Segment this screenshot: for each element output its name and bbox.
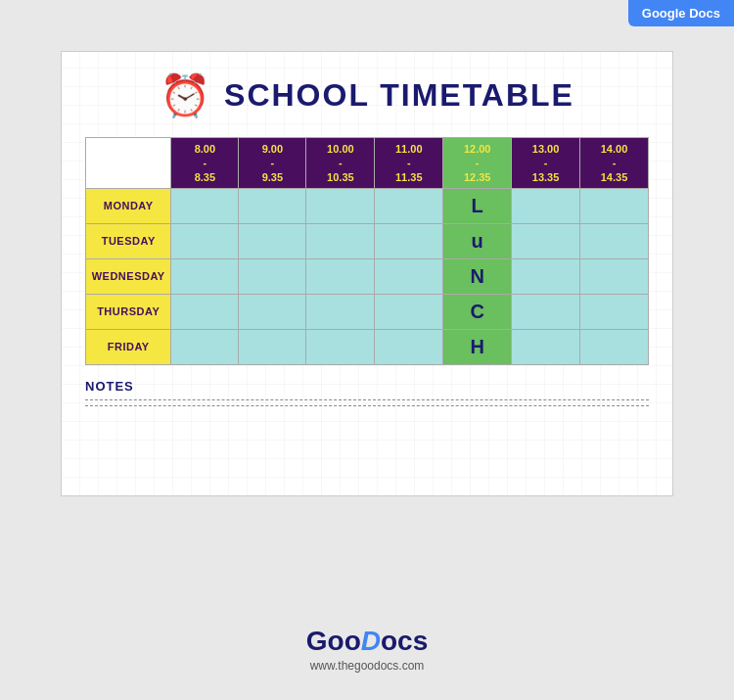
- time-cell: [580, 258, 649, 294]
- time-cell: [375, 258, 443, 294]
- time-cell: [239, 329, 306, 364]
- time-cell: [580, 223, 649, 258]
- time-cell: [375, 223, 443, 258]
- day-label: WEDNESDAY: [86, 258, 171, 294]
- lunch-cell: C: [443, 294, 512, 329]
- lunch-cell: N: [443, 258, 512, 294]
- day-label: FRIDAY: [86, 329, 171, 364]
- lunch-cell: u: [443, 223, 512, 258]
- header-col-1100: 11.00-11.35: [375, 138, 443, 189]
- watermark-area: GooDocs www.thegoodocs.com: [0, 626, 734, 673]
- time-cell: [375, 188, 443, 223]
- header-col-1000: 10.00-10.35: [306, 138, 375, 189]
- timetable: 8.00-8.35 9.00-9.35 10.00-10.35 11.00-11…: [85, 137, 649, 365]
- time-cell: [512, 294, 580, 329]
- time-cell: [580, 294, 649, 329]
- lunch-cell: L: [443, 188, 512, 223]
- page-title: SCHOOL TIMETABLE: [224, 77, 574, 114]
- time-cell: [171, 223, 239, 258]
- header-col-1400: 14.00-14.35: [580, 138, 649, 189]
- table-row: MONDAY L: [86, 188, 649, 223]
- time-cell: [239, 223, 306, 258]
- notes-label: NOTES: [85, 379, 649, 394]
- google-docs-badge: Google Docs: [628, 0, 734, 26]
- time-cell: [375, 294, 443, 329]
- time-cell: [171, 329, 239, 364]
- lunch-cell: H: [443, 329, 512, 364]
- table-row: FRIDAY H: [86, 329, 649, 364]
- corner-cell: [86, 138, 171, 189]
- time-cell: [239, 294, 306, 329]
- time-cell: [512, 329, 580, 364]
- time-cell: [512, 223, 580, 258]
- notes-line-2: [85, 405, 649, 406]
- time-cell: [306, 258, 375, 294]
- time-cell: [306, 294, 375, 329]
- time-cell: [306, 329, 375, 364]
- title-area: ⏰ SCHOOL TIMETABLE: [85, 71, 649, 119]
- time-cell: [375, 329, 443, 364]
- watermark-url: www.thegoodocs.com: [310, 659, 425, 673]
- goodocs-logo: GooDocs: [306, 626, 429, 657]
- table-row: THURSDAY C: [86, 294, 649, 329]
- day-label: THURSDAY: [86, 294, 171, 329]
- time-cell: [512, 188, 580, 223]
- header-col-1300: 13.00-13.35: [512, 138, 580, 189]
- table-row: WEDNESDAY N: [86, 258, 649, 294]
- day-label: TUESDAY: [86, 223, 171, 258]
- table-row: TUESDAY u: [86, 223, 649, 258]
- day-label: MONDAY: [86, 188, 171, 223]
- time-cell: [171, 294, 239, 329]
- time-cell: [171, 188, 239, 223]
- clock-icon: ⏰: [160, 71, 210, 119]
- notes-line-1: [85, 399, 649, 400]
- time-cell: [306, 223, 375, 258]
- time-cell: [239, 188, 306, 223]
- header-col-800: 8.00-8.35: [171, 138, 239, 189]
- time-cell: [580, 188, 649, 223]
- time-cell: [306, 188, 375, 223]
- document-card: ⏰ SCHOOL TIMETABLE 8.00-8.35 9.00-9.35 1…: [61, 51, 673, 496]
- header-col-1200: 12.00-12.35: [443, 138, 512, 189]
- notes-section: NOTES: [85, 379, 649, 406]
- time-cell: [580, 329, 649, 364]
- header-col-900: 9.00-9.35: [239, 138, 306, 189]
- time-cell: [171, 258, 239, 294]
- time-cell: [512, 258, 580, 294]
- time-cell: [239, 258, 306, 294]
